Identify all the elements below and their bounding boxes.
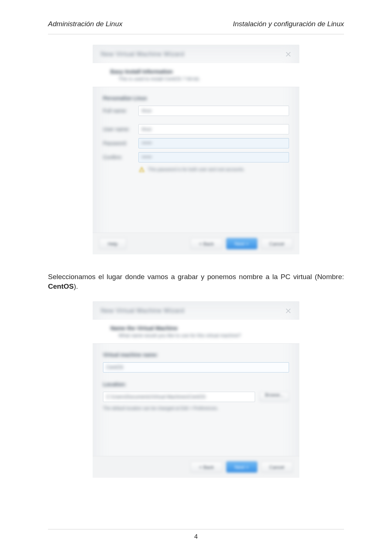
input-username[interactable]: linux — [138, 124, 289, 134]
close-icon[interactable] — [285, 308, 291, 314]
wizard-banner: Easy Install Information This is used to… — [93, 63, 299, 87]
banner-title: Name the Virtual Machine — [110, 325, 289, 331]
input-password[interactable]: •••••• — [138, 138, 289, 148]
label-username: User name: — [103, 126, 138, 132]
window-title: New Virtual Machine Wizard — [101, 51, 184, 58]
wizard-easy-install-screenshot: New Virtual Machine Wizard Easy Install … — [93, 45, 299, 254]
input-fullname[interactable]: linux — [138, 106, 289, 116]
banner-title: Easy Install Information — [110, 68, 289, 75]
page-header: Administración de Linux Instalación y co… — [48, 20, 344, 34]
paragraph-name-location: Seleccionamos el lugar donde vamos a gra… — [48, 272, 344, 291]
header-right: Instalación y configuración de Linux — [233, 20, 344, 28]
banner-subtitle: What name would you like to use for this… — [110, 333, 289, 338]
row-username: User name: linux — [103, 124, 289, 134]
cancel-button[interactable]: Cancel — [261, 461, 293, 473]
next-button[interactable]: Next > — [226, 238, 257, 249]
label-fullname: Full name: — [103, 108, 138, 114]
wizard-name-vm-screenshot: New Virtual Machine Wizard Name the Virt… — [93, 301, 299, 478]
label-confirm: Confirm: — [103, 154, 138, 160]
location-label: Location: — [103, 381, 289, 387]
page-number: 4 — [194, 533, 197, 540]
warning-row: This password is for both user and root … — [103, 166, 289, 173]
back-button[interactable]: < Back — [190, 238, 222, 249]
vm-name-label: Virtual machine name: — [103, 352, 289, 358]
banner-subtitle: This is used to install CentOS 7 64-bit. — [110, 76, 289, 82]
next-button[interactable]: Next > — [226, 461, 257, 473]
window-title: New Virtual Machine Wizard — [101, 307, 184, 315]
header-left: Administración de Linux — [48, 20, 123, 28]
back-button[interactable]: < Back — [190, 461, 222, 473]
wizard-banner: Name the Virtual Machine What name would… — [93, 320, 299, 344]
row-password: Password: •••••• — [103, 138, 289, 148]
close-icon[interactable] — [285, 51, 291, 57]
input-confirm[interactable]: •••••• — [138, 152, 289, 162]
warning-icon — [138, 166, 145, 173]
row-fullname: Full name: linux — [103, 106, 289, 116]
input-vm-name[interactable]: CentOS — [103, 362, 289, 373]
page-footer: 4 — [48, 529, 344, 540]
row-confirm: Confirm: •••••• — [103, 152, 289, 162]
label-password: Password: — [103, 140, 138, 146]
section-personalize: Personalize Linux — [103, 95, 289, 101]
browse-button[interactable]: Browse... — [259, 392, 289, 402]
help-button[interactable]: Help — [99, 238, 126, 249]
input-location[interactable]: C:\Users\Documents\Virtual Machines\Cent… — [103, 392, 255, 402]
warning-text: This password is for both user and root … — [148, 167, 245, 172]
cancel-button[interactable]: Cancel — [261, 238, 293, 249]
wizard-footer: Help < Back Next > Cancel — [93, 233, 299, 254]
wizard-footer: < Back Next > Cancel — [93, 456, 299, 478]
location-hint: The default location can be changed at E… — [103, 406, 289, 411]
